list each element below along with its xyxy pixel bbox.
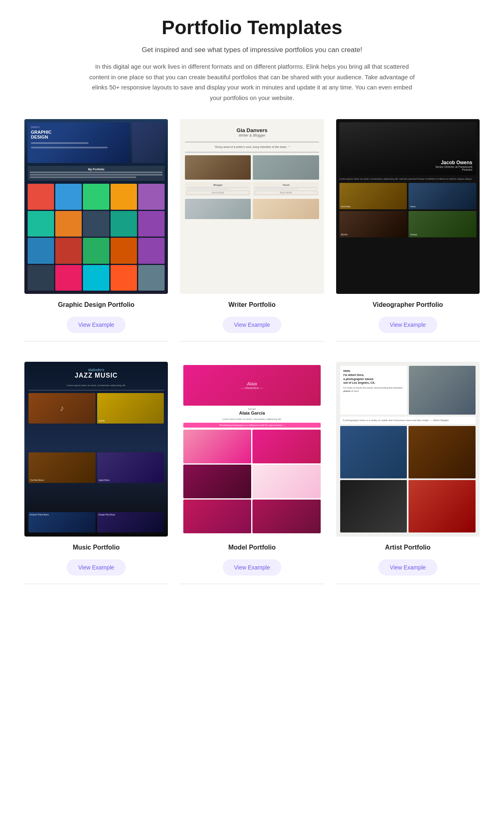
page-header: Portfolio Templates Get inspired and see…	[24, 16, 480, 103]
view-example-button-music[interactable]: View Example	[67, 559, 125, 576]
page-container: Portfolio Templates Get inspired and see…	[24, 16, 480, 584]
view-example-button-model[interactable]: View Example	[223, 559, 281, 576]
template-preview-videographer: Jacob Owens Senior Director at Paramount…	[336, 119, 480, 294]
template-name-model: Model Portfolio	[228, 544, 276, 551]
template-name-artist: Artist Portfolio	[385, 544, 430, 551]
template-card-videographer: Jacob Owens Senior Director at Paramount…	[336, 119, 480, 341]
template-name-writer: Writer Portfolio	[228, 301, 276, 309]
template-preview-music: Malcolm's Jazz Music Lorem ipsum dolor s…	[24, 362, 168, 537]
view-example-button-artist[interactable]: View Example	[378, 559, 437, 576]
template-name-graphic-design: Graphic Design Portfolio	[58, 301, 134, 309]
template-card-music: Malcolm's Jazz Music Lorem ipsum dolor s…	[24, 362, 168, 584]
template-preview-graphic-design: Duke's GRAPHICDESIGN My Portfolio	[24, 119, 168, 294]
template-card-graphic-design: Duke's GRAPHICDESIGN My Portfolio	[24, 119, 168, 341]
template-name-videographer: Videographer Portfolio	[373, 301, 443, 309]
templates-grid-row2: Malcolm's Jazz Music Lorem ipsum dolor s…	[24, 362, 480, 584]
templates-grid-row1: Duke's GRAPHICDESIGN My Portfolio	[24, 119, 480, 341]
template-card-writer: Gia Danvers Writer & Blogger "Every word…	[180, 119, 324, 341]
page-description: In this digital age our work lives in di…	[85, 61, 419, 103]
template-card-model: Alaia — Madeliine — Model Alaia Garcia L…	[180, 362, 324, 584]
page-title: Portfolio Templates	[24, 16, 480, 39]
page-subtitle: Get inspired and see what types of impre…	[24, 46, 480, 54]
view-example-button-videographer[interactable]: View Example	[378, 317, 437, 333]
view-example-button-graphic-design[interactable]: View Example	[67, 317, 125, 333]
template-name-music: Music Portfolio	[73, 544, 120, 551]
template-preview-artist: HelloI'm Albert Dera,a photographer base…	[336, 362, 480, 537]
template-preview-writer: Gia Danvers Writer & Blogger "Every word…	[180, 119, 324, 294]
template-preview-model: Alaia — Madeliine — Model Alaia Garcia L…	[180, 362, 324, 537]
view-example-button-writer[interactable]: View Example	[223, 317, 281, 333]
template-card-artist: HelloI'm Albert Dera,a photographer base…	[336, 362, 480, 584]
